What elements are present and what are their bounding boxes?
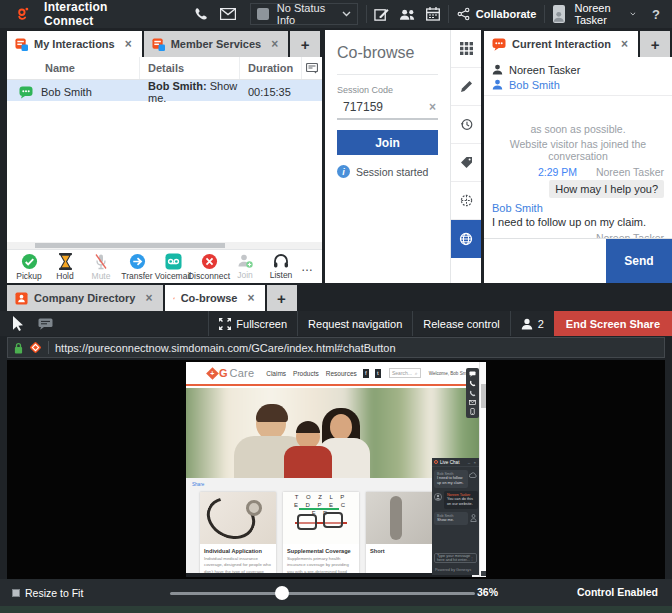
request-navigation-button[interactable]: Request navigation [297,311,412,336]
new-tab-button[interactable]: + [640,31,670,57]
my-status-dropdown[interactable]: No Status Info [250,3,358,25]
close-icon[interactable]: × [245,291,256,305]
card-individual-application[interactable]: Individual Application Individual medica… [200,492,276,577]
close-icon[interactable]: × [619,37,630,51]
tab-label: My Interactions [34,38,115,50]
disconnect-button[interactable]: Disconnect [191,253,227,281]
new-tab-button[interactable]: + [267,285,297,311]
call-controls-toolbar: Pickup Hold Mute Transfer Voicemail [7,249,322,283]
clear-icon[interactable]: × [429,100,436,114]
scrollbar-corner [481,571,486,576]
widget-phone-icon[interactable] [469,390,476,397]
hold-button[interactable]: Hold [47,253,83,281]
transfer-button[interactable]: Transfer [119,253,155,281]
collaborate-button[interactable]: Collaborate [457,7,537,21]
zoom-slider[interactable] [170,592,475,595]
widget-mobile-icon[interactable] [470,408,475,415]
history-clock-icon [460,118,473,131]
lock-icon [14,342,23,354]
share-link[interactable]: Share [192,482,204,487]
divider [544,5,545,23]
tab-company-directory[interactable]: Company Directory × [7,285,163,311]
nav-resources[interactable]: Resources [326,370,357,377]
chat-tool-icon[interactable] [38,318,53,330]
widget-handset-icon[interactable] [469,380,476,387]
url-bar[interactable]: https://pureconnectnow.simdomain.com/GCa… [7,337,665,358]
participant-agent[interactable]: Noreen Tasker [492,62,664,77]
resize-to-fit-toggle[interactable]: Resize to Fit [12,579,83,606]
column-duration[interactable]: Duration [240,57,302,79]
card-image [366,492,442,544]
close-icon[interactable]: × [123,37,134,51]
gcare-logo-icon: + [206,367,219,380]
column-settings-icon[interactable] [302,57,322,79]
zoom-slider-thumb[interactable] [275,586,289,600]
nav-claims[interactable]: Claims [266,370,286,377]
session-code-input[interactable]: 717159 × [337,97,438,120]
scrollbar-thumb[interactable] [481,384,486,408]
tab-current-interaction[interactable]: Current Interaction × [484,31,638,57]
cobrowse-title: Co-browse [337,44,438,62]
chat-input[interactable] [484,239,606,283]
site-search-input[interactable]: Search...⌕ [389,368,421,378]
end-screen-share-button[interactable]: End Screen Share [554,311,672,336]
new-tab-button[interactable]: + [290,31,320,57]
minimize-icon[interactable]: – [468,460,471,465]
cursor-tool-icon[interactable] [12,316,24,331]
help-button[interactable]: ? [652,7,660,22]
web-dotted-button[interactable] [451,182,481,220]
widget-chat-icon[interactable] [469,371,476,377]
widget-email-icon[interactable] [469,400,476,405]
divider [48,341,49,354]
chevron-down-icon [342,11,351,17]
card-supplemental-coverage[interactable]: T O Z L P E D P E C F D Supplemental Cov… [283,492,359,577]
history-button[interactable] [451,106,481,144]
column-details[interactable]: Details [140,57,240,79]
table-header: Name Details Duration [7,57,322,80]
shared-screen-viewport[interactable]: + GCare Claims Products Resources f t Se… [7,360,665,579]
session-code-label: Session Code [337,85,438,95]
visitor-person-icon [470,514,477,522]
email-icon[interactable] [220,8,236,20]
tab-cobrowse[interactable]: Co-browse × [165,285,265,311]
close-icon[interactable]: × [143,291,154,305]
release-control-button[interactable]: Release control [412,311,509,336]
card-short-term[interactable]: Short [366,492,442,577]
user-menu[interactable]: Noreen Tasker [553,2,636,26]
tag-button[interactable] [451,144,481,182]
twitter-icon[interactable]: t [375,369,381,378]
fullscreen-button[interactable]: Fullscreen [208,311,297,336]
join-session-button[interactable]: Join [337,130,438,155]
scrollbar-thumb[interactable] [35,243,225,248]
listen-icon [273,253,289,269]
site-scrollbar[interactable] [479,362,486,577]
calendar-icon[interactable] [426,7,440,21]
participant-visitor[interactable]: Bob Smith [492,77,664,92]
more-actions-button[interactable]: … [301,260,314,274]
viewers-indicator[interactable]: 2 [510,311,554,336]
send-button[interactable]: Send [606,239,672,283]
interaction-row[interactable]: Bob Smith Bob Smith: Show me. 00:15:35 [7,80,322,101]
tab-member-services[interactable]: Member Services × [144,31,289,57]
column-name[interactable]: Name [7,57,140,79]
facebook-icon[interactable]: f [363,369,369,378]
kebab-icon[interactable]: ⋮ [470,556,474,561]
screen-share-tabbar: Company Directory × Co-browse × + [7,285,672,311]
live-chat-widget: Live Chat – × Bob Smith I need to follow… [432,458,479,575]
users-icon[interactable] [399,8,416,21]
horizontal-scrollbar[interactable] [7,242,322,249]
cobrowse-globe-button[interactable] [451,220,481,258]
phone-icon[interactable] [193,7,208,22]
tab-my-interactions[interactable]: My Interactions × [7,31,142,57]
chat-transcript[interactable]: as soon as possible. Website visitor has… [484,117,672,238]
pickup-button[interactable]: Pickup [11,253,47,281]
listen-button[interactable]: Listen [263,253,299,280]
voicemail-button[interactable]: Voicemail [155,253,191,281]
close-icon[interactable]: × [473,460,477,465]
annotate-button[interactable] [451,68,481,106]
nav-products[interactable]: Products [293,370,319,377]
apps-grid-button[interactable] [451,30,481,68]
close-icon[interactable]: × [269,37,280,51]
compose-icon[interactable] [374,7,389,22]
live-chat-input[interactable]: Type your message here and hit enter... … [434,553,477,563]
